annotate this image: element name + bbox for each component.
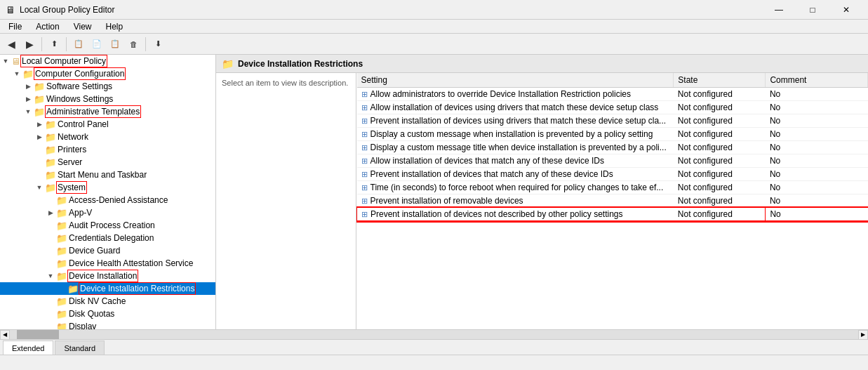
tree-expand-control-panel[interactable]: ▶ [34,119,45,130]
table-row[interactable]: ⊞Prevent installation of removable devic… [357,194,868,208]
tree-expand-device-health-attestation[interactable] [45,258,56,269]
tree-expand-start-menu-taskbar[interactable] [34,169,45,180]
table-row[interactable]: ⊞Display a custom message title when dev… [357,141,868,154]
maximize-button[interactable]: □ [796,0,829,20]
tree-expand-server[interactable] [34,157,45,168]
menu-item-file[interactable]: File [3,20,27,33]
tree-item-device-health-attestation[interactable]: 📁Device Health Attestation Service [0,257,215,270]
delete-button[interactable]: 🗑 [125,36,142,53]
menu-item-view[interactable]: View [68,20,98,33]
tree-item-local-computer-policy[interactable]: ▼🖥Local Computer Policy [0,55,215,67]
tree-item-app-v[interactable]: ▶📁App-V [0,206,215,219]
tree-expand-device-guard[interactable] [45,245,56,256]
tree-expand-computer-configuration[interactable]: ▼ [11,68,22,79]
properties-button[interactable]: 📋 [107,36,123,53]
tree-expand-disk-quotas[interactable] [45,308,56,319]
tree-expand-app-v[interactable]: ▶ [45,207,56,218]
tree-expand-local-computer-policy[interactable]: ▼ [0,55,11,67]
tree-item-device-installation[interactable]: ▼📁Device Installation [0,270,215,282]
policy-row-icon: ⊞ [361,157,368,165]
tree-item-server[interactable]: 📁Server [0,156,215,169]
filter-button[interactable]: ⬇ [149,36,166,53]
tree-item-software-settings[interactable]: ▶📁Software Settings [0,80,215,93]
tree-label-software-settings: Software Settings [46,81,112,91]
cell-comment-7: No [766,181,868,194]
tree-expand-display[interactable] [45,321,56,329]
tab-standard[interactable]: Standard [55,341,105,355]
h-scrollbar[interactable]: ◀ ▶ [0,329,868,339]
tree-item-credentials-delegation[interactable]: 📁Credentials Delegation [0,232,215,244]
tree-folder-icon-start-menu-taskbar: 📁 [45,170,56,180]
tree-label-network: Network [58,132,88,142]
tree-item-device-installation-restrictions[interactable]: 📁Device Installation Restrictions [0,282,215,295]
tree-folder-icon-device-installation-restrictions: 📁 [67,284,79,294]
left-panel[interactable]: ▼🖥Local Computer Policy▼📁Computer Config… [0,55,216,329]
tree-expand-administrative-templates[interactable]: ▼ [22,106,34,117]
tab-extended-label: Extended [12,344,44,352]
table-pane[interactable]: Setting State Comment ⊞Allow administrat… [356,73,868,329]
tab-extended[interactable]: Extended [3,341,53,355]
tree-folder-icon-disk-nv-cache: 📁 [56,296,67,307]
tree-item-printers[interactable]: 📁Printers [0,143,215,156]
cell-setting-5: ⊞Allow installation of devices that matc… [357,154,674,168]
tree-item-network[interactable]: ▶📁Network [0,131,215,143]
scroll-left-btn[interactable]: ◀ [0,330,10,340]
tree-item-computer-configuration[interactable]: ▼📁Computer Configuration [0,67,215,80]
cell-state-5: Not configured [674,154,766,168]
tree-item-audit-process-creation[interactable]: 📁Audit Process Creation [0,219,215,232]
minimize-button[interactable]: — [763,0,795,20]
tree-label-computer-configuration: Computer Configuration [35,69,124,79]
tree-expand-device-installation-restrictions[interactable] [56,283,67,294]
table-row[interactable]: ⊞Allow administrators to override Device… [357,88,868,101]
forward-button[interactable]: ▶ [21,36,38,53]
policy-row-icon: ⊞ [361,143,368,152]
tree-item-system[interactable]: ▼📁System [0,181,215,194]
table-row[interactable]: ⊞Allow installation of devices using dri… [357,101,868,114]
tree-item-disk-nv-cache[interactable]: 📁Disk NV Cache [0,295,215,308]
col-state[interactable]: State [674,73,766,88]
table-row[interactable]: ⊞Allow installation of devices that matc… [357,154,868,168]
tree-item-display[interactable]: 📁Display [0,320,215,329]
setting-text-8: Prevent installation of removable device… [370,196,523,206]
table-row[interactable]: ⊞Prevent installation of devices that ma… [357,168,868,181]
tree-expand-network[interactable]: ▶ [34,131,45,143]
right-panel: 📁 Device Installation Restrictions Selec… [216,55,868,329]
scroll-right-btn[interactable]: ▶ [858,330,868,340]
back-button[interactable]: ◀ [3,36,20,53]
menu-item-action[interactable]: Action [30,20,65,33]
tree-item-access-denied-assistance[interactable]: 📁Access-Denied Assistance [0,194,215,206]
tree-expand-access-denied-assistance[interactable] [45,194,56,206]
tree-expand-printers[interactable] [34,144,45,155]
tree-expand-device-installation[interactable]: ▼ [45,270,56,282]
new-button[interactable]: 📄 [88,36,105,53]
table-row[interactable]: ⊞Prevent installation of devices not des… [357,208,868,221]
tree-folder-icon-network: 📁 [45,132,56,143]
policy-row-icon: ⊞ [361,117,368,125]
table-body: ⊞Allow administrators to override Device… [357,88,868,221]
tree-expand-disk-nv-cache[interactable] [45,296,56,307]
tree-expand-software-settings[interactable]: ▶ [22,81,34,92]
tree-expand-audit-process-creation[interactable] [45,220,56,231]
table-row[interactable]: ⊞Time (in seconds) to force reboot when … [357,181,868,194]
col-comment[interactable]: Comment [766,73,868,88]
tree-expand-credentials-delegation[interactable] [45,232,56,244]
up-button[interactable]: ⬆ [46,36,62,53]
tree-container: ▼🖥Local Computer Policy▼📁Computer Config… [0,55,215,329]
tree-item-start-menu-taskbar[interactable]: 📁Start Menu and Taskbar [0,169,215,181]
col-setting[interactable]: Setting [357,73,674,88]
close-button[interactable]: ✕ [830,0,862,20]
tree-item-disk-quotas[interactable]: 📁Disk Quotas [0,308,215,320]
table-row[interactable]: ⊞Display a custom message when installat… [357,128,868,141]
table-row[interactable]: ⊞Prevent installation of devices using d… [357,114,868,128]
tree-item-administrative-templates[interactable]: ▼📁Administrative Templates [0,105,215,118]
tree-expand-windows-settings[interactable]: ▶ [22,93,34,105]
tree-item-device-guard[interactable]: 📁Device Guard [0,244,215,257]
tree-expand-system[interactable]: ▼ [34,182,45,193]
tree-item-control-panel[interactable]: ▶📁Control Panel [0,118,215,131]
toolbar-separator-1 [41,37,42,51]
tree-item-windows-settings[interactable]: ▶📁Windows Settings [0,93,215,105]
scroll-track[interactable] [10,330,858,339]
menu-item-help[interactable]: Help [100,20,129,33]
show-hide-button[interactable]: 📋 [70,36,87,53]
scroll-thumb[interactable] [17,330,59,339]
